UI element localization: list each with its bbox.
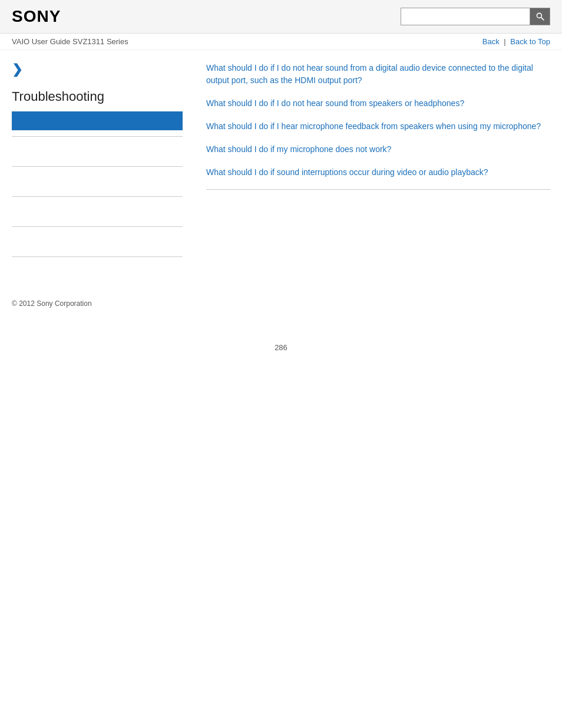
sony-logo: SONY xyxy=(12,7,61,26)
sidebar: ❯ Troubleshooting xyxy=(12,62,194,263)
sidebar-divider-1 xyxy=(12,136,183,137)
nav-links: Back | Back to Top xyxy=(482,37,550,46)
page-header: SONY xyxy=(0,0,562,34)
sidebar-active-item[interactable] xyxy=(12,111,183,130)
guide-title: VAIO User Guide SVZ1311 Series xyxy=(12,37,128,46)
sidebar-blank-item-3 xyxy=(12,203,183,220)
right-content: What should I do if I do not hear sound … xyxy=(194,62,550,263)
content-link-3[interactable]: What should I do if my microphone does n… xyxy=(206,143,550,156)
search-icon xyxy=(535,12,545,21)
search-input[interactable] xyxy=(401,8,530,25)
content-link-2[interactable]: What should I do if I hear microphone fe… xyxy=(206,120,550,133)
content-link-1[interactable]: What should I do if I do not hear sound … xyxy=(206,97,550,110)
sidebar-blank-item-2 xyxy=(12,173,183,190)
sidebar-blank-item-4 xyxy=(12,233,183,251)
svg-point-0 xyxy=(537,13,541,18)
sidebar-divider-4 xyxy=(12,226,183,227)
back-link[interactable]: Back xyxy=(482,37,500,46)
sidebar-divider-5 xyxy=(12,256,183,257)
footer: © 2012 Sony Corporation xyxy=(0,286,562,308)
chevron-icon: ❯ xyxy=(12,62,183,77)
back-to-top-link[interactable]: Back to Top xyxy=(510,37,550,46)
main-content: ❯ Troubleshooting What should I do if I … xyxy=(0,50,562,286)
search-area xyxy=(401,8,550,25)
search-button[interactable] xyxy=(530,8,550,25)
copyright: © 2012 Sony Corporation xyxy=(12,299,92,308)
nav-bar: VAIO User Guide SVZ1311 Series Back | Ba… xyxy=(0,34,562,50)
content-link-0[interactable]: What should I do if I do not hear sound … xyxy=(206,62,550,87)
page-number: 286 xyxy=(0,343,562,370)
content-link-4[interactable]: What should I do if sound interruptions … xyxy=(206,166,550,179)
sidebar-blank-item-1 xyxy=(12,143,183,160)
content-divider xyxy=(206,189,550,190)
sidebar-divider-3 xyxy=(12,196,183,197)
sidebar-divider-2 xyxy=(12,166,183,167)
svg-line-1 xyxy=(541,18,544,21)
sidebar-title: Troubleshooting xyxy=(12,89,183,104)
nav-separator: | xyxy=(504,37,508,46)
back-to-top-label: Back to Top xyxy=(510,37,550,46)
